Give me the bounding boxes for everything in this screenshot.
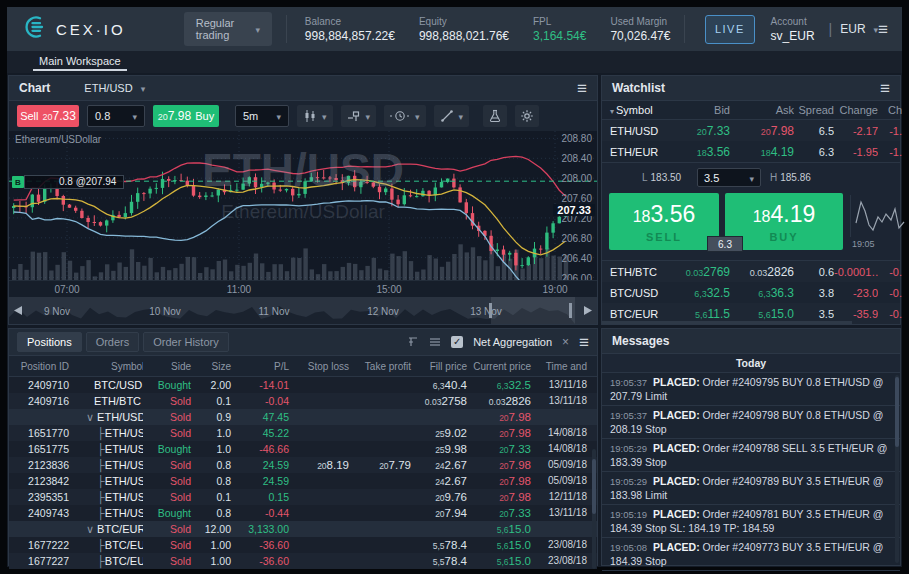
position-fill-price: 242.67 — [413, 457, 469, 474]
chevron-down-icon — [459, 110, 464, 122]
buy-label: Buy — [195, 110, 214, 122]
message-item[interactable]: 19:05:37PLACED: Order #2409795 BUY 0.8 E… — [602, 373, 900, 406]
position-row[interactable]: 1651770├ETH/USDSold1.045.22259.02207.981… — [9, 425, 597, 441]
watchlist-col-header[interactable]: ▾Symbol — [602, 104, 672, 116]
message-item[interactable]: 19:05:19PLACED: Order #2409781 BUY 3.5 E… — [602, 505, 900, 538]
tree-branch-icon: ├ — [97, 555, 105, 567]
positions-col-header[interactable]: Take profit — [351, 361, 413, 372]
watchlist-scrollbar[interactable] — [602, 321, 852, 324]
watchlist-col-header[interactable]: Spread — [794, 104, 834, 116]
account-info: Account sv_EUR — [771, 16, 815, 43]
position-side: Bought — [143, 377, 193, 393]
chart-navigator[interactable]: 9 Nov10 Nov11 Nov12 Nov13 Nov — [9, 297, 597, 324]
buy-button[interactable]: 207.98 Buy — [153, 105, 219, 127]
message-item[interactable]: 19:05:08PLACED: Order #2409773 BUY 3.5 E… — [602, 538, 900, 571]
quick-sell-button[interactable]: 183.56 SELL — [609, 193, 719, 250]
indicators-select[interactable] — [341, 105, 377, 127]
trade-amount-select[interactable]: 3.5 — [697, 168, 761, 187]
messages-scrollbar[interactable] — [895, 375, 899, 563]
position-id: 2409710 — [9, 377, 71, 393]
tab-main-workspace[interactable]: Main Workspace — [33, 52, 127, 71]
net-aggregation-checkbox[interactable] — [451, 336, 463, 348]
position-row[interactable]: ∨ BTC/EURSold12.003,133.005,615.0 — [9, 521, 597, 537]
position-marker-label: 0.8 @207.94 — [24, 175, 124, 189]
watchlist-row[interactable]: ETH/EUR183.56184.196.3-1.95-1. — [602, 141, 900, 162]
tab-orders[interactable]: Orders — [86, 332, 140, 352]
time-axis[interactable]: 07:0011:0015:0019:00 — [9, 280, 597, 298]
watchlist-row[interactable]: ETH/BTC0.0327690.0328260.6-0.0001…-0. — [602, 261, 900, 282]
message-item[interactable]: 19:05:29PLACED: Order #2409789 BUY 3.5 E… — [602, 472, 900, 505]
positions-scrollbar[interactable] — [592, 449, 596, 569]
collapse-icon[interactable]: ∨ — [86, 523, 97, 535]
amount-select[interactable]: 0.8 — [87, 105, 145, 127]
chart-symbol-select[interactable]: ETH/USD — [84, 82, 145, 94]
positions-col-header[interactable]: Size — [193, 361, 233, 372]
position-side-badge: B — [12, 176, 24, 188]
watchlist-menu-icon[interactable]: ≡ — [880, 80, 890, 97]
message-item[interactable]: 19:05:37PLACED: Order #2409798 BUY 0.8 E… — [602, 406, 900, 439]
watchlist-col-header[interactable]: Bid — [672, 104, 730, 116]
position-row[interactable]: 2123836├ETH/USDSold0.824.59208.19207.792… — [9, 457, 597, 473]
position-row[interactable]: 2409716ETH/BTCSold0.1-0.040.0327580.0328… — [9, 393, 597, 409]
trading-mode-select[interactable]: Regular trading — [184, 12, 272, 46]
positions-menu-icon[interactable]: ≡ — [579, 334, 589, 351]
position-row[interactable]: 2409743├ETH/USDBought0.8-0.44207.94207.3… — [9, 505, 597, 521]
messages-list: 19:05:37PLACED: Order #2409795 BUY 0.8 E… — [602, 373, 900, 574]
chart-type-select[interactable] — [297, 105, 333, 127]
drawing-tool-select[interactable] — [434, 105, 470, 127]
position-row[interactable]: 1651775├ETH/USDBought1.0-46.66259.98207.… — [9, 441, 597, 457]
positions-col-header[interactable]: Side — [143, 361, 193, 372]
chart-panel-menu-icon[interactable]: ≡ — [577, 80, 587, 97]
watchlist-row[interactable]: BTC/USD6,332.56,336.33.8-23.0-0. — [602, 282, 900, 303]
position-size: 12.00 — [193, 521, 233, 537]
positions-col-header[interactable]: Stop loss — [291, 361, 351, 372]
message-time: 19:05:08 — [610, 542, 647, 553]
messages-scroll-thumb[interactable] — [895, 377, 899, 447]
tab-positions[interactable]: Positions — [17, 332, 82, 352]
chevron-down-icon — [276, 110, 281, 122]
position-marker[interactable]: B 0.8 @207.94 — [12, 175, 124, 189]
positions-col-header[interactable]: Symbol — [71, 361, 143, 372]
positions-col-header[interactable]: Position ID — [9, 361, 71, 372]
position-take-profit: 207.79 — [351, 457, 413, 474]
sell-button[interactable]: Sell 207.33 — [17, 105, 79, 127]
chart-settings-button[interactable] — [515, 105, 539, 127]
timeframe-select[interactable]: 5m — [235, 105, 289, 127]
stat-value: 998,888,021.76€ — [419, 29, 509, 43]
position-row[interactable]: 1677227├BTC/EURSold1.00-36.605,578.45,61… — [9, 553, 597, 569]
positions-col-header[interactable]: Fill price — [413, 361, 469, 372]
watchlist-col-header[interactable]: Change — [834, 104, 878, 116]
watchlist-ask: 207.98 — [730, 124, 794, 138]
position-row[interactable]: 1677222├BTC/EURSold1.00-36.605,578.45,61… — [9, 537, 597, 553]
column-settings-icon[interactable] — [407, 336, 419, 348]
live-button[interactable]: LIVE — [705, 15, 754, 44]
price-axis[interactable]: 208.80208.40208.00207.60207.20206.80206.… — [551, 131, 597, 280]
divider — [684, 15, 685, 43]
message-item[interactable]: 19:05:29PLACED: Order #2409788 SELL 3.5 … — [602, 439, 900, 472]
watchlist-change-pct: -0. — [878, 266, 902, 278]
positions-scroll-thumb[interactable] — [592, 459, 596, 514]
time-settings-select[interactable] — [384, 105, 426, 127]
watchlist-col-header[interactable]: Ask — [730, 104, 794, 116]
position-row[interactable]: 2409710BTC/USDBought2.00-14.016,340.46,3… — [9, 377, 597, 393]
header-menu-icon[interactable]: ≡ — [878, 21, 888, 38]
positions-col-header[interactable]: P/L — [233, 361, 291, 372]
position-symbol: ├BTC/EUR — [71, 537, 143, 553]
candlestick-chart[interactable] — [9, 131, 597, 280]
position-row[interactable]: 2123842├ETH/USDSold0.824.59242.67207.980… — [9, 473, 597, 489]
collapse-icon[interactable]: ∨ — [86, 411, 97, 423]
chart-plot-area[interactable]: ETH/USD Ethereum/USDollar Ethereum/USDol… — [9, 131, 597, 280]
strategies-button[interactable] — [483, 105, 507, 127]
watchlist-row[interactable]: ETH/USD207.33207.986.5-2.17-1. — [602, 120, 900, 141]
positions-col-header[interactable]: Time and — [533, 361, 589, 372]
net-aggregation-clear-icon[interactable]: × — [562, 335, 569, 349]
watchlist-col-header[interactable]: Ch — [878, 104, 902, 116]
account-label: Account — [771, 16, 815, 27]
position-row[interactable]: ∨ ETH/USDSold0.947.45207.98 — [9, 409, 597, 425]
tab-order-history[interactable]: Order History — [143, 332, 228, 352]
cex-logo[interactable]: CEX·IO — [23, 14, 126, 44]
position-row[interactable]: 2395351├ETH/USDSold0.10.15209.76207.9812… — [9, 489, 597, 505]
positions-col-header[interactable]: Current price — [469, 361, 533, 372]
currency-select[interactable]: | EUR — [829, 21, 879, 37]
row-density-icon[interactable] — [429, 336, 441, 348]
